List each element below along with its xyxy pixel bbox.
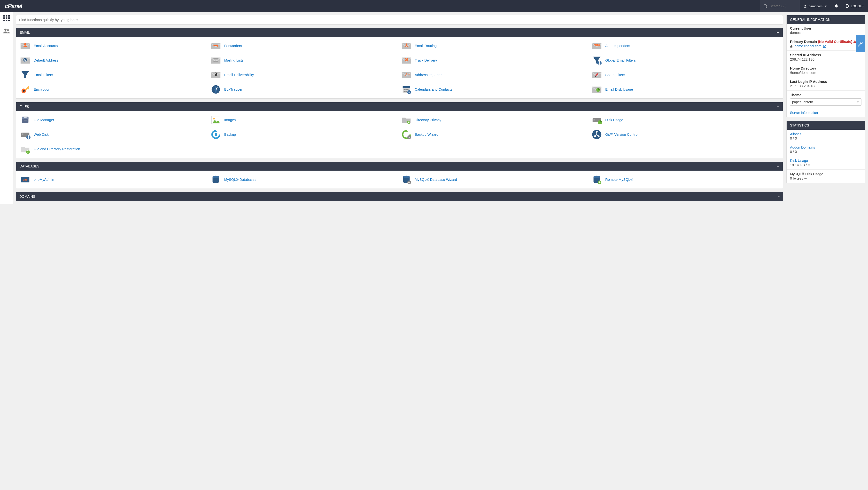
feature-label: File Manager [34, 118, 54, 122]
feature-item[interactable]: Git™ Version Control [591, 129, 779, 140]
feature-item[interactable]: MySQL® Databases [210, 174, 398, 185]
theme-select[interactable]: paper_lantern [790, 98, 862, 106]
top-search[interactable] [760, 0, 800, 12]
notifications-button[interactable] [831, 0, 842, 12]
feature-item[interactable]: Backup [210, 129, 398, 140]
email-panel-header[interactable]: EMAIL − [16, 28, 783, 37]
last-login-value: 217.138.234.188 [790, 84, 862, 88]
stat-row[interactable]: Disk Usage18.14 GB / ∞ [786, 156, 865, 170]
envelope-list-icon [210, 55, 221, 66]
feature-label: Backup [224, 133, 236, 137]
svg-text:@: @ [408, 91, 410, 93]
collapse-icon[interactable]: − [776, 105, 779, 108]
svg-rect-33 [405, 91, 407, 92]
server-info-link[interactable]: Server Information [790, 111, 818, 115]
envelope-import-icon: @→ [401, 69, 412, 81]
files-panel-header[interactable]: FILES − [16, 102, 783, 111]
svg-point-25 [23, 90, 25, 92]
feature-item[interactable]: AUTOAutoresponders [591, 40, 779, 51]
svg-rect-4 [6, 18, 7, 19]
shared-ip-label: Shared IP Address [790, 53, 862, 57]
feature-item[interactable]: BoxTrapper [210, 84, 398, 95]
feature-item[interactable]: Backup Wizard [401, 129, 589, 140]
svg-point-10 [7, 29, 9, 31]
feature-item[interactable]: Spam Filters [591, 69, 779, 81]
svg-rect-28 [403, 86, 410, 88]
stat-value: 0 / 0 [790, 150, 862, 154]
feature-item[interactable]: Track Delivery [401, 55, 589, 66]
backup-wiz-icon [401, 129, 412, 140]
svg-point-69 [594, 176, 600, 178]
rail-users-button[interactable] [3, 27, 10, 34]
svg-rect-47 [594, 120, 595, 120]
feature-label: Email Accounts [34, 44, 58, 48]
user-icon [804, 5, 807, 8]
feature-item[interactable]: Email Filters [20, 69, 208, 81]
user-menu[interactable]: democom [800, 0, 831, 12]
quick-search-input[interactable] [19, 18, 780, 22]
feature-item[interactable]: Disk Usage [591, 114, 779, 125]
svg-text:@→: @→ [405, 73, 410, 76]
feature-item[interactable]: Images [210, 114, 398, 125]
current-user-value: democom [790, 31, 862, 35]
svg-text:@: @ [24, 59, 26, 62]
drawer-icon [20, 114, 31, 125]
feature-item[interactable]: Mailing Lists [210, 55, 398, 66]
feature-label: Track Delivery [415, 58, 437, 62]
feature-item[interactable]: @Default Address [20, 55, 208, 66]
current-user-label: Current User [790, 26, 862, 30]
svg-rect-3 [3, 18, 5, 19]
collapse-icon[interactable]: − [776, 31, 779, 34]
cpanel-logo[interactable]: cPanel [0, 3, 27, 9]
top-search-input[interactable] [770, 4, 796, 8]
logout-button[interactable]: LOGOUT [842, 0, 868, 12]
svg-point-19 [406, 59, 407, 60]
feature-item[interactable]: Directory Privacy [401, 114, 589, 125]
wrench-icon [858, 41, 863, 47]
feature-item[interactable]: Web Disk [20, 129, 208, 140]
feature-item[interactable]: Email Deliverability [210, 69, 398, 81]
feature-item[interactable]: Email Disk Usage [591, 84, 779, 95]
stat-row[interactable]: Aliases0 / 0 [786, 129, 865, 143]
svg-rect-46 [594, 119, 595, 119]
stat-row[interactable]: Addon Domains0 / 0 [786, 143, 865, 156]
feature-label: Email Filters [34, 73, 53, 77]
lock-icon [790, 45, 793, 48]
collapse-icon[interactable]: − [778, 195, 780, 199]
svg-text:AUTO: AUTO [594, 44, 600, 46]
shared-ip-value: 208.74.122.130 [790, 57, 862, 61]
feature-label: Git™ Version Control [605, 133, 638, 137]
domains-panel-header[interactable]: DOMAINS − [16, 192, 783, 201]
primary-domain-link[interactable]: demo.cpanel.com [790, 44, 862, 48]
feature-item[interactable]: Encryption [20, 84, 208, 95]
feature-item[interactable]: MySQL® Database Wizard [401, 174, 589, 185]
feature-item[interactable]: File and Directory Restoration [20, 143, 208, 154]
svg-rect-0 [3, 15, 5, 17]
feature-label: phpMyAdmin [34, 178, 54, 181]
stat-row: MySQL® Disk Usage0 bytes / ∞ [786, 170, 865, 183]
wrench-tab[interactable] [856, 35, 865, 52]
home-dir-label: Home Directory [790, 66, 862, 70]
feature-label: Calendars and Contacts [415, 87, 453, 91]
databases-panel-header[interactable]: DATABASES − [16, 162, 783, 171]
feature-item[interactable]: Forwarders [210, 40, 398, 51]
stat-name: Addon Domains [790, 145, 862, 149]
collapse-icon[interactable]: − [776, 165, 779, 168]
svg-rect-1 [6, 15, 7, 17]
feature-item[interactable]: Email Accounts [20, 40, 208, 51]
svg-point-67 [403, 176, 409, 178]
feature-item[interactable]: File Manager [20, 114, 208, 125]
logout-icon [846, 4, 849, 8]
feature-item[interactable]: Global Email Filters [591, 55, 779, 66]
feature-item[interactable]: Email Routing [401, 40, 589, 51]
general-info-panel: GENERAL INFORMATION Current User democom… [786, 15, 865, 117]
feature-item[interactable]: @Calendars and Contacts [401, 84, 589, 95]
quick-search[interactable] [16, 15, 783, 25]
rail-home-button[interactable] [3, 15, 10, 22]
feature-label: Forwarders [224, 44, 242, 48]
feature-item[interactable]: @→Address Importer [401, 69, 589, 81]
feature-item[interactable]: Remote MySQL® [591, 174, 779, 185]
feature-item[interactable]: phpphpMyAdmin [20, 174, 208, 185]
feature-label: Encryption [34, 87, 51, 91]
username: democom [809, 4, 823, 8]
